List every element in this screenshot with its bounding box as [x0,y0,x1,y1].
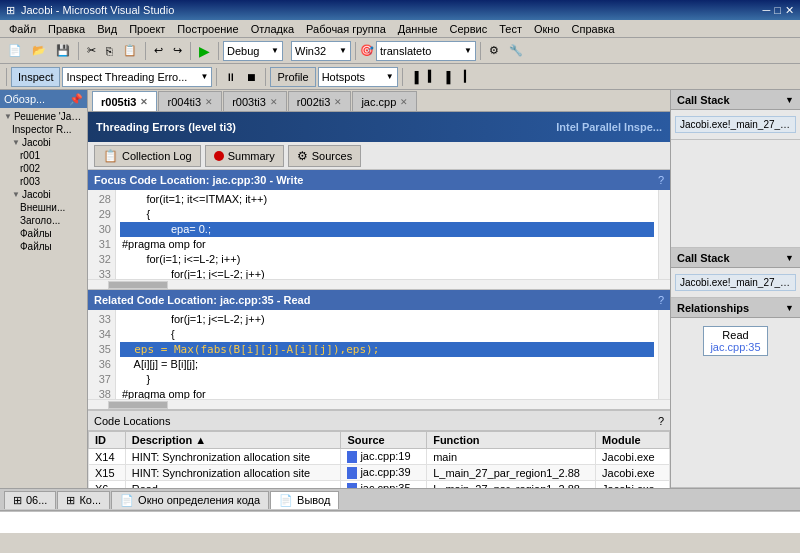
tree-item-files1[interactable]: Файлы [18,227,85,240]
table-row[interactable]: X15 HINT: Synchronization allocation sit… [89,465,670,481]
menu-tools[interactable]: Сервис [445,22,493,36]
cell-func: L_main_27_par_region1_2.88 [427,465,596,481]
target-dropdown[interactable]: translateto ▼ [376,41,476,61]
cut-button[interactable]: ✂ [83,41,100,61]
th-function[interactable]: Function [427,432,596,449]
menu-data[interactable]: Данные [393,22,443,36]
undo-button[interactable]: ↩ [150,41,167,61]
focus-code-content[interactable]: for(it=1; it<=ITMAX; it++) { epa= 0.; #p… [116,190,658,279]
tb2-profile-btn2[interactable]: ▍ [424,67,440,87]
maximize-button[interactable]: □ [774,4,781,17]
tree-item-jacobi1[interactable]: ▼ Jacobi [10,136,85,149]
tree-item-extern[interactable]: Внешни... [18,201,85,214]
tree-item-solution[interactable]: ▼ Решение 'Jac... [2,110,85,123]
output-tab-1[interactable]: ⊞ 06... [4,491,56,509]
sources-icon: ⚙ [297,149,308,163]
callstack2-item[interactable]: Jacobi.exe!_main_27__par... [675,274,796,291]
related-hscroll[interactable] [88,399,670,409]
hotspots-dropdown[interactable]: Hotspots ▼ [318,67,398,87]
related-scrollbar[interactable] [658,310,670,399]
toolbar-separator-4 [218,42,219,60]
tree-item-r001[interactable]: r001 [18,149,85,162]
menu-edit[interactable]: Правка [43,22,90,36]
menu-help[interactable]: Справка [567,22,620,36]
tab-r002ti3[interactable]: r002ti3 ✕ [288,91,352,111]
menu-debug[interactable]: Отладка [246,22,299,36]
tree-item-jacobi2[interactable]: ▼ Jacobi [10,188,85,201]
menu-build[interactable]: Построение [172,22,243,36]
output-tab-2[interactable]: ⊞ Ко... [57,491,110,509]
toolbar-btn-extra1[interactable]: ⚙ [485,41,503,61]
focus-panel-help-icon[interactable]: ? [658,174,664,186]
table-help-icon[interactable]: ? [658,415,664,427]
tree-item-r003[interactable]: r003 [18,175,85,188]
th-module[interactable]: Module [596,432,670,449]
tab-jaccpp[interactable]: jac.cpp ✕ [352,91,417,111]
run-button[interactable]: ▶ [195,41,214,61]
table-row[interactable]: X14 HINT: Synchronization allocation sit… [89,449,670,465]
callstack1-options-icon[interactable]: ▼ [785,95,794,105]
tab-jaccpp-close[interactable]: ✕ [400,97,408,107]
toolbar-btn-extra2[interactable]: 🔧 [505,41,527,61]
collection-log-button[interactable]: 📋 Collection Log [94,145,201,167]
tab-r003ti3[interactable]: r003ti3 ✕ [223,91,287,111]
tab-r005ti3-close[interactable]: ✕ [140,97,148,107]
focus-scrollbar[interactable] [658,190,670,279]
save-button[interactable]: 💾 [52,41,74,61]
tab-r004ti3-close[interactable]: ✕ [205,97,213,107]
output-tab-4[interactable]: 📄 Вывод [270,491,339,509]
tab-r004ti3[interactable]: r004ti3 ✕ [158,91,222,111]
copy-button[interactable]: ⎘ [102,41,117,61]
callstack2-options-icon[interactable]: ▼ [785,253,794,263]
focus-hscroll[interactable] [88,279,670,289]
redo-button[interactable]: ↪ [169,41,186,61]
related-panel-help-icon[interactable]: ? [658,294,664,306]
related-code-content[interactable]: for(j=1; j<=L-2; j++) { eps = Max(fabs(B… [116,310,658,399]
inspect-dropdown[interactable]: Inspect Threading Erro... ▼ [62,67,212,87]
callstack1-item[interactable]: Jacobi.exe!_main_27__par... [675,116,796,133]
menu-view[interactable]: Вид [92,22,122,36]
menu-team[interactable]: Рабочая группа [301,22,391,36]
related-hscroll-thumb[interactable] [108,401,168,409]
tab-r003ti3-close[interactable]: ✕ [270,97,278,107]
table-row[interactable]: X6 Read jac.cpp:35 L_main_27_par_region1… [89,481,670,488]
close-button[interactable]: ✕ [785,4,794,17]
menu-window[interactable]: Окно [529,22,565,36]
jacobi1-label: Jacobi [22,137,51,148]
menu-project[interactable]: Проект [124,22,170,36]
new-file-button[interactable]: 📄 [4,41,26,61]
inspect-button[interactable]: Inspect [11,67,60,87]
platform-dropdown[interactable]: Win32 ▼ [291,41,351,61]
sources-button[interactable]: ⚙ Sources [288,145,361,167]
tab-r005ti3[interactable]: r005ti3 ✕ [92,91,157,111]
table-header-label: Code Locations [94,415,170,427]
tb2-profile-btn3[interactable]: ▌ [442,67,458,87]
tab-r002ti3-close[interactable]: ✕ [334,97,342,107]
tb2-btn2[interactable]: ⏹ [242,67,261,87]
ln-32: 32 [92,252,111,267]
tb2-btn1[interactable]: ⏸ [221,67,240,87]
tb2-profile-btn1[interactable]: ▐ [407,67,423,87]
minimize-button[interactable]: ─ [763,4,771,17]
summary-button[interactable]: Summary [205,145,284,167]
focus-hscroll-thumb[interactable] [108,281,168,289]
menu-file[interactable]: Файл [4,22,41,36]
paste-button[interactable]: 📋 [119,41,141,61]
th-desc[interactable]: Description ▲ [125,432,341,449]
open-button[interactable]: 📂 [28,41,50,61]
tree-item-headers[interactable]: Заголо... [18,214,85,227]
th-source[interactable]: Source [341,432,427,449]
tree-item-files2[interactable]: Файлы [18,240,85,253]
config-dropdown[interactable]: Debug ▼ [223,41,283,61]
tree-item-r002[interactable]: r002 [18,162,85,175]
tree-item-inspector[interactable]: Inspector R... [10,123,85,136]
sidebar-pin-icon[interactable]: 📌 [69,93,83,106]
tab-r003ti3-label: r003ti3 [232,96,266,108]
relationships-options-icon[interactable]: ▼ [785,303,794,313]
menu-test[interactable]: Тест [494,22,527,36]
table-area[interactable]: ID Description ▲ Source Function Module … [88,431,670,488]
th-id[interactable]: ID [89,432,126,449]
output-tab-3[interactable]: 📄 Окно определения кода [111,491,269,509]
profile-button[interactable]: Profile [270,67,315,87]
tb2-profile-btn4[interactable]: ▎ [460,67,476,87]
